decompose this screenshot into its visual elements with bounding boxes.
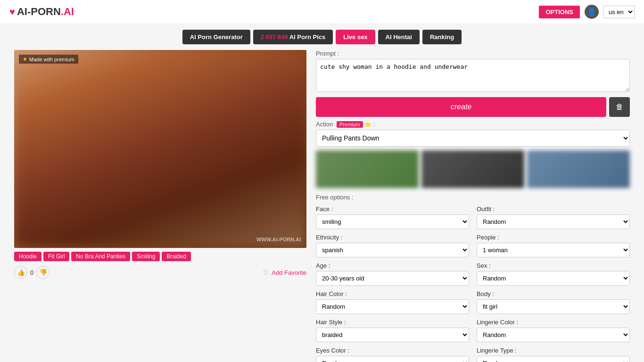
hair-color-group: Hair Color : Random Blonde Brunette Blac… — [316, 290, 469, 314]
options-grid: Face : smiling serious laughing cute sex… — [316, 206, 630, 362]
left-panel: ★ Made with premium WWW.AI-PORN.AI Hoodi… — [14, 50, 306, 362]
header-right: OPTIONS 👤 us en — [539, 5, 635, 19]
hair-color-select[interactable]: Random Blonde Brunette Black — [316, 299, 469, 314]
main-content: ★ Made with premium WWW.AI-PORN.AI Hoodi… — [0, 50, 644, 362]
outfit-label: Outfit : — [477, 206, 630, 213]
right-panel: Prompt : create 🗑 Action Premium ⭐ : Pul… — [316, 50, 630, 362]
account-icon: 👤 — [587, 8, 596, 16]
action-text: Action — [316, 121, 333, 128]
lingerie-type-label: Lingerie Type : — [477, 347, 630, 354]
prompt-label: Prompt : — [316, 50, 630, 57]
tag-no-bra[interactable]: No Bra And Panties — [71, 252, 130, 261]
eyes-color-label: Eyes Color : — [316, 347, 469, 354]
vote-section: 👍 0 👎 — [14, 266, 50, 279]
age-select[interactable]: 20-30 years old 30-40 years old 18-20 ye… — [316, 271, 469, 286]
delete-button[interactable]: 🗑 — [609, 97, 630, 117]
sex-group: Sex : Random Female Male — [477, 262, 630, 286]
people-select[interactable]: 1 woman 2 women couple — [477, 243, 630, 257]
options-button[interactable]: OPTIONS — [539, 6, 580, 18]
face-select[interactable]: smiling serious laughing cute sexy — [316, 214, 469, 229]
nav-ranking[interactable]: Ranking — [422, 30, 462, 44]
add-favorite-button[interactable]: ♡ Add Favorite — [263, 269, 306, 276]
lingerie-type-select[interactable]: Random Bra & Panties Corset Bodysuit — [477, 356, 630, 362]
tag-smiling[interactable]: Smiling — [132, 252, 160, 261]
outfit-select[interactable]: Random Lingerie Nude Casual — [477, 214, 630, 229]
lingerie-color-group: Lingerie Color : Random Black White Red — [477, 319, 630, 342]
free-options-label: Free options : — [316, 194, 630, 201]
prompt-textarea[interactable] — [316, 59, 630, 92]
hair-style-label: Hair Style : — [316, 319, 469, 326]
lingerie-color-select[interactable]: Random Black White Red — [477, 328, 630, 342]
ethnicity-select[interactable]: spanish asian black caucasian latina — [316, 243, 469, 257]
image-blur-layer — [14, 50, 306, 248]
lingerie-color-label: Lingerie Color : — [477, 319, 630, 326]
create-row: create 🗑 — [316, 97, 630, 117]
sex-label: Sex : — [477, 262, 630, 269]
tag-hoodie[interactable]: Hoodie — [14, 252, 41, 261]
logo-text: AI-PORN.AI — [17, 6, 74, 18]
body-select[interactable]: fit girl slim curvy athletic — [477, 299, 630, 314]
premium-badge-text: Made with premium — [29, 57, 74, 62]
eyes-color-group: Eyes Color : Random Blue Brown Green — [316, 347, 469, 362]
age-group: Age : 20-30 years old 30-40 years old 18… — [316, 262, 469, 286]
people-group: People : 1 woman 2 women couple — [477, 234, 630, 257]
logo-prefix: AI-PORN — [17, 6, 61, 17]
thumbs-down-button[interactable]: 👎 — [36, 266, 50, 279]
ethnicity-group: Ethnicity : spanish asian black caucasia… — [316, 234, 469, 257]
face-label: Face : — [316, 206, 469, 213]
tag-fit-girl[interactable]: Fit Girl — [43, 252, 69, 261]
premium-star-action-icon: ⭐ — [364, 121, 372, 128]
ethnicity-label: Ethnicity : — [316, 234, 469, 241]
preview-image-1[interactable] — [316, 150, 419, 188]
hair-style-select[interactable]: braided straight curly wavy — [316, 328, 469, 342]
action-label: Action Premium ⭐ : — [316, 121, 630, 128]
image-actions: 👍 0 👎 ♡ Add Favorite — [14, 266, 306, 279]
add-favorite-label: Add Favorite — [272, 269, 306, 276]
premium-label: Premium — [337, 121, 363, 128]
heart-icon: ♡ — [263, 269, 269, 276]
logo-suffix: .AI — [61, 6, 74, 17]
action-colon: : — [373, 121, 375, 128]
thumbs-up-button[interactable]: 👍 — [14, 266, 27, 279]
body-group: Body : fit girl slim curvy athletic — [477, 290, 630, 314]
premium-star-icon: ★ — [23, 56, 27, 62]
hair-color-label: Hair Color : — [316, 290, 469, 297]
eyes-color-select[interactable]: Random Blue Brown Green — [316, 356, 469, 362]
nav-live-sex[interactable]: Live sex — [336, 30, 375, 44]
language-select[interactable]: us en — [603, 6, 635, 18]
create-button[interactable]: create — [316, 97, 606, 117]
action-select[interactable]: Pulling Pants Down None Standing Sitting… — [316, 130, 630, 147]
preview-image-3[interactable] — [527, 150, 630, 188]
age-label: Age : — [316, 262, 469, 269]
header: ♥ AI-PORN.AI OPTIONS 👤 us en — [0, 0, 644, 24]
nav-ai-porn-generator[interactable]: AI Porn Generator — [182, 30, 250, 44]
preview-image-2[interactable] — [421, 150, 524, 188]
hair-style-group: Hair Style : braided straight curly wavy — [316, 319, 469, 342]
nav-bar: AI Porn Generator 2 037 849 AI Porn Pics… — [0, 24, 644, 50]
tag-braided[interactable]: Braided — [162, 252, 190, 261]
nav-ai-hentai[interactable]: AI Hentai — [378, 30, 420, 44]
sex-select[interactable]: Random Female Male — [477, 271, 630, 286]
logo: ♥ AI-PORN.AI — [9, 6, 74, 18]
people-label: People : — [477, 234, 630, 241]
nav-ai-porn-pics[interactable]: 2 037 849 AI Porn Pics — [253, 30, 333, 44]
nav-count: 2 037 849 — [261, 33, 288, 41]
watermark: WWW.AI-PORN.AI — [256, 237, 301, 242]
premium-badge: ★ Made with premium — [19, 55, 78, 64]
nav-pics-label: AI Porn Pics — [288, 33, 326, 41]
body-label: Body : — [477, 290, 630, 297]
face-group: Face : smiling serious laughing cute sex… — [316, 206, 469, 229]
vote-count: 0 — [30, 269, 33, 276]
outfit-group: Outfit : Random Lingerie Nude Casual — [477, 206, 630, 229]
generated-image: ★ Made with premium WWW.AI-PORN.AI — [14, 50, 306, 248]
tags-container: Hoodie Fit Girl No Bra And Panties Smili… — [14, 252, 306, 261]
preview-images — [316, 150, 630, 188]
logo-heart-icon: ♥ — [9, 7, 15, 17]
lingerie-type-group: Lingerie Type : Random Bra & Panties Cor… — [477, 347, 630, 362]
user-icon[interactable]: 👤 — [585, 5, 599, 19]
